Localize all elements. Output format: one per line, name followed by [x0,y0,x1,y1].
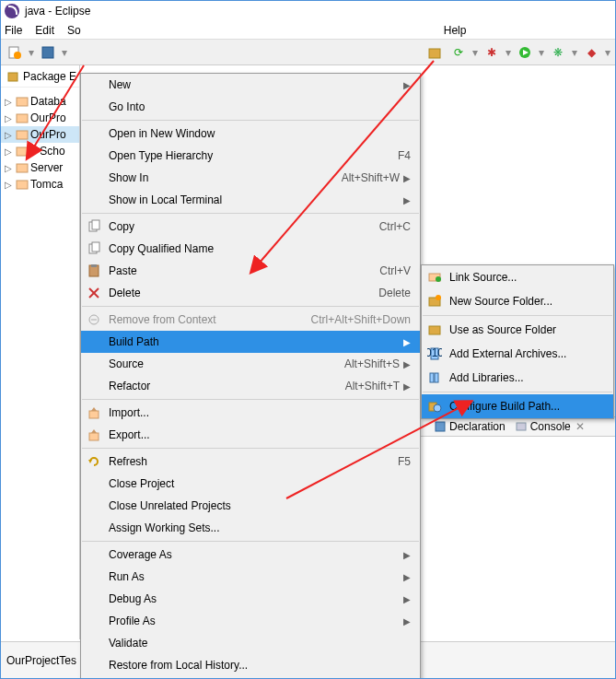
svg-rect-27 [89,433,99,440]
menu-item-copy[interactable]: CopyCtrl+C [81,216,420,238]
menu-item-open-type-hierarchy[interactable]: Open Type HierarchyF4 [81,145,420,167]
toolbar-new-icon[interactable] [5,42,25,63]
svg-marker-29 [88,460,92,463]
submenu-item-add-external-archives-[interactable]: 010Add External Archives... [422,342,613,366]
tree-item[interactable]: ▷Server [1,159,79,176]
svg-rect-25 [89,411,99,418]
jar-icon: 010 [427,346,442,361]
submenu-item-new-source-folder-[interactable]: New Source Folder... [422,289,613,313]
menu-item-close-unrelated-projects[interactable]: Close Unrelated Projects [81,495,420,517]
svg-rect-6 [8,73,17,81]
blank-icon [87,636,101,650]
eclipse-icon [5,4,19,18]
toolbar-debug-icon[interactable]: ❋ [548,42,568,63]
project-tree: ▷Databa ▷OurPro ▷OurPro ▷> Scho ▷Server … [1,88,79,193]
menu-item-validate[interactable]: Validate [81,632,420,654]
paste-icon [87,263,101,278]
menu-item-assign-working-sets-[interactable]: Assign Working Sets... [81,517,420,539]
svg-rect-34 [429,326,440,334]
menu-file[interactable]: File [5,24,22,37]
tree-item[interactable]: ▷Databa [1,93,79,110]
blank-icon [87,547,101,562]
blank-icon [87,498,101,513]
svg-rect-37 [430,373,434,382]
menu-item-profile-as[interactable]: Profile As▶ [81,610,420,632]
titlebar: java - Eclipse [1,1,615,21]
package-explorer-title: Package E [23,70,76,83]
package-icon [6,70,19,83]
menu-item-coverage-as[interactable]: Coverage As▶ [81,544,420,566]
tree-item[interactable]: ▷> Scho [1,143,79,159]
blank-icon [87,170,101,185]
remove-icon [87,312,101,327]
menu-item-restore-from-local-history-[interactable]: Restore from Local History... [81,654,420,676]
blank-icon [87,334,101,349]
svg-rect-7 [17,98,28,106]
svg-rect-3 [429,49,440,58]
submenu-item-add-libraries-[interactable]: Add Libraries... [422,366,613,390]
menu-item-export-[interactable]: Export... [81,424,420,446]
svg-text:010: 010 [427,346,442,359]
svg-rect-9 [17,131,28,139]
blank-icon [87,357,101,371]
menubar: File Edit So Help [1,21,615,40]
toolbar-sync-icon[interactable]: ⟳ [448,42,469,63]
menu-item-show-in-local-terminal[interactable]: Show in Local Terminal▶ [81,189,420,211]
blank-icon [87,614,101,628]
menu-item-open-in-new-window[interactable]: Open in New Window [81,123,420,145]
blank-icon [87,148,101,163]
menu-item-remove-from-context: Remove from ContextCtrl+Alt+Shift+Down [81,309,420,331]
tab-console[interactable]: Console✕ [515,420,585,433]
toolbar-tool-icon[interactable]: ✱ [482,42,502,63]
svg-rect-38 [435,373,438,382]
blank-icon [87,569,101,584]
menu-item-new[interactable]: New▶ [81,74,420,96]
svg-rect-2 [42,47,53,58]
menu-item-refactor[interactable]: RefactorAlt+Shift+T▶ [81,375,420,397]
menu-item-source[interactable]: SourceAlt+Shift+S▶ [81,353,420,375]
menu-item-import-[interactable]: Import... [81,402,420,424]
svg-point-1 [14,52,21,59]
menu-item-go-into[interactable]: Go Into [81,96,420,118]
config-icon [427,399,442,414]
toolbar-pkg-icon[interactable] [424,42,445,63]
tree-item[interactable]: ▷OurPro [1,110,79,126]
blank-icon [87,521,101,535]
tree-item-selected[interactable]: ▷OurPro [1,126,79,143]
menu-item-run-as[interactable]: Run As▶ [81,566,420,588]
tree-item[interactable]: ▷Tomca [1,176,79,193]
menu-item-refresh[interactable]: RefreshF5 [81,451,420,473]
svg-marker-28 [91,429,97,433]
newfolder-icon [427,294,442,309]
close-icon[interactable]: ✕ [575,420,585,433]
menu-source[interactable]: So [67,24,81,37]
menu-item-show-in[interactable]: Show InAlt+Shift+W▶ [81,167,420,189]
toolbar-run-icon[interactable] [515,42,535,63]
menu-item-delete[interactable]: DeleteDelete [81,282,420,304]
svg-marker-26 [91,407,97,411]
svg-point-40 [434,404,441,412]
svg-rect-8 [17,114,28,123]
menu-help[interactable]: Help [444,24,467,37]
submenu-build-path: Link Source...New Source Folder...Use as… [421,264,614,419]
menu-item-paste[interactable]: PasteCtrl+V [81,260,420,282]
copy-icon [87,219,101,234]
package-explorer: Package E ▷Databa ▷OurPro ▷OurPro ▷> Sch… [1,65,80,639]
toolbar-ext-icon[interactable]: ◆ [581,42,601,63]
menu-item-copy-qualified-name[interactable]: Copy Qualified Name [81,238,420,260]
menu-item-debug-as[interactable]: Debug As▶ [81,588,420,610]
submenu-item-use-as-source-folder[interactable]: Use as Source Folder [422,318,613,342]
svg-rect-14 [517,423,526,430]
blank-icon [87,591,101,606]
menu-item-close-project[interactable]: Close Project [81,473,420,495]
tab-declaration[interactable]: Declaration [434,420,506,433]
menu-edit[interactable]: Edit [35,24,54,37]
submenu-item-configure-build-path-[interactable]: Configure Build Path... [422,394,613,418]
status-text: OurProjectTes [6,654,76,667]
submenu-item-link-source-[interactable]: Link Source... [422,265,613,289]
export-icon [87,427,101,442]
blank-icon [87,193,101,207]
menu-item-build-path[interactable]: Build Path▶ [81,331,420,353]
toolbar-save-icon[interactable] [38,42,58,63]
blank-icon [87,126,101,141]
